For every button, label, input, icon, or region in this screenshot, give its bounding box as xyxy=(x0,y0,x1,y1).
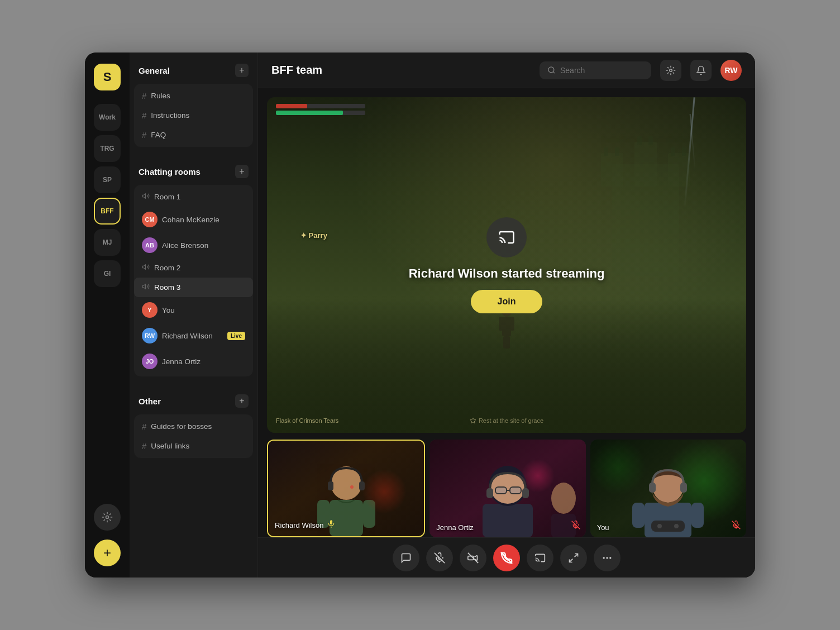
room-1[interactable]: Room 1 xyxy=(134,187,253,207)
cast-button[interactable] xyxy=(527,545,553,571)
volume-icon-room1 xyxy=(142,192,150,202)
room-3-member-you[interactable]: Y You xyxy=(134,297,253,323)
main-stream: ✦ Parry Flask of Crimson Tears Rest at t… xyxy=(267,97,746,433)
rooms-section: Room 1 CM Cohan McKenzie AB Alice Brenso… xyxy=(134,185,253,376)
video-panel-you: You xyxy=(590,440,746,537)
stream-overlay: Richard Wilson started streaming Join xyxy=(267,97,746,433)
svg-line-62 xyxy=(575,553,578,557)
video-bg-jenna xyxy=(429,440,585,537)
guides-label: Guides for bosses xyxy=(151,422,212,431)
room-2[interactable]: Room 2 xyxy=(134,258,253,278)
room-3-member-jenna[interactable]: JO Jenna Ortiz xyxy=(134,349,253,374)
svg-rect-25 xyxy=(328,481,333,490)
video-label-jenna: Jenna Ortiz xyxy=(436,523,473,532)
avatar-cohan: CM xyxy=(142,212,157,227)
stream-container: ✦ Parry Flask of Crimson Tears Rest at t… xyxy=(258,88,755,537)
channel-rules[interactable]: # Rules xyxy=(134,86,253,106)
general-add-button[interactable]: + xyxy=(235,64,249,77)
video-panels: Richard Wilson xyxy=(267,440,746,537)
video-bg-you xyxy=(590,440,746,537)
nav-bar: S Work TRG SP BFF MJ GI + xyxy=(85,52,130,578)
jenna-video-name: Jenna Ortiz xyxy=(436,523,473,532)
svg-rect-40 xyxy=(486,488,493,498)
volume-icon-room3 xyxy=(142,283,150,292)
svg-rect-52 xyxy=(651,521,685,532)
chat-button[interactable] xyxy=(393,545,419,571)
channel-faq[interactable]: # FAQ xyxy=(134,125,253,145)
general-section: # Rules # Instructions # FAQ xyxy=(134,84,253,147)
streaming-text: Richard Wilson started streaming xyxy=(409,266,605,281)
richard-video-name: Richard Wilson xyxy=(275,521,323,529)
general-title: General xyxy=(139,66,170,75)
mute-button[interactable] xyxy=(426,545,453,571)
cast-icon xyxy=(486,217,527,257)
nav-item-sp[interactable]: SP xyxy=(94,166,121,193)
room-3-member-richard[interactable]: RW Richard Wilson Live xyxy=(134,323,253,349)
room-1-label: Room 1 xyxy=(154,193,180,201)
svg-rect-33 xyxy=(483,504,533,537)
svg-rect-51 xyxy=(691,503,704,528)
svg-rect-50 xyxy=(632,503,645,528)
links-label: Useful links xyxy=(151,442,189,450)
nav-add-button[interactable]: + xyxy=(94,540,121,566)
video-panel-jenna: Jenna Ortiz xyxy=(429,440,585,537)
svg-point-65 xyxy=(610,557,611,559)
more-button[interactable] xyxy=(594,545,621,571)
video-button[interactable] xyxy=(460,545,486,571)
hash-icon-faq: # xyxy=(142,130,146,140)
app-logo[interactable]: S xyxy=(94,64,121,90)
end-call-button[interactable] xyxy=(493,545,520,571)
user-avatar-top[interactable]: RW xyxy=(720,60,742,81)
svg-marker-1 xyxy=(142,194,145,198)
expand-button[interactable] xyxy=(560,545,587,571)
channel-instructions-label: Instructions xyxy=(151,111,189,120)
notifications-button[interactable] xyxy=(690,60,712,81)
hash-icon-instructions: # xyxy=(142,111,146,120)
room-1-member-cohan[interactable]: CM Cohan McKenzie xyxy=(134,207,253,232)
cohan-name: Cohan McKenzie xyxy=(162,216,219,224)
svg-rect-38 xyxy=(510,487,521,494)
you-video-name: You xyxy=(597,523,609,532)
video-label-you: You xyxy=(597,523,609,532)
nav-item-mj[interactable]: MJ xyxy=(94,229,121,256)
svg-rect-27 xyxy=(330,500,363,536)
svg-point-5 xyxy=(670,69,672,71)
channel-links[interactable]: # Useful links xyxy=(134,436,253,456)
nav-item-trg[interactable]: TRG xyxy=(94,135,121,162)
search-input[interactable] xyxy=(560,66,638,75)
svg-rect-37 xyxy=(495,487,507,494)
general-header: General + xyxy=(130,52,257,84)
nav-settings-icon[interactable] xyxy=(94,504,121,531)
channel-guides[interactable]: # Guides for bosses xyxy=(134,417,253,436)
avatar-alice: AB xyxy=(142,237,157,253)
other-add-button[interactable]: + xyxy=(235,394,249,408)
search-bar[interactable] xyxy=(540,61,651,79)
chatting-rooms-title: Chatting rooms xyxy=(139,167,201,176)
svg-point-42 xyxy=(551,483,576,514)
svg-marker-2 xyxy=(142,265,145,269)
svg-rect-48 xyxy=(649,483,656,493)
person-you xyxy=(618,454,718,537)
bg-light xyxy=(362,469,407,514)
you-muted-icon xyxy=(732,521,741,532)
nav-item-work[interactable]: Work xyxy=(94,104,121,131)
settings-button[interactable] xyxy=(660,60,681,81)
alice-name: Alice Brenson xyxy=(162,241,208,250)
nav-item-bff[interactable]: BFF xyxy=(94,198,121,225)
team-title: BFF team xyxy=(271,64,531,77)
control-bar xyxy=(258,537,755,578)
sidebar: General + # Rules # Instructions # FAQ C… xyxy=(130,52,258,578)
video-label-richard: Richard Wilson xyxy=(275,519,336,531)
rooms-add-button[interactable]: + xyxy=(235,165,249,178)
main-content: BFF team RW xyxy=(258,52,755,578)
room-1-member-alice[interactable]: AB Alice Brenson xyxy=(134,232,253,258)
svg-point-53 xyxy=(657,524,662,528)
nav-item-gi[interactable]: GI xyxy=(94,260,121,287)
avatar-you: Y xyxy=(142,302,157,318)
svg-rect-49 xyxy=(680,483,687,493)
channel-instructions[interactable]: # Instructions xyxy=(134,106,253,125)
room-3[interactable]: Room 3 xyxy=(134,278,253,297)
svg-point-54 xyxy=(674,524,679,528)
join-button[interactable]: Join xyxy=(471,290,543,313)
search-icon xyxy=(547,66,556,74)
